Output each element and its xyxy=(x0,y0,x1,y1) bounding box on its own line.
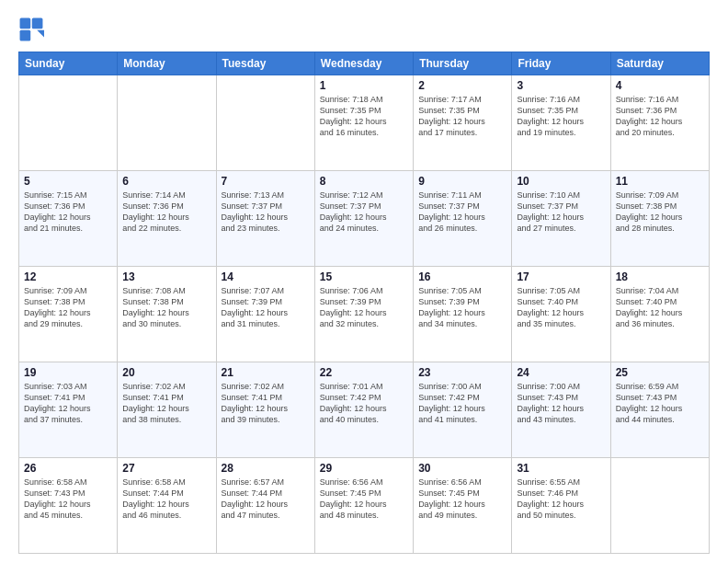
day-info: Sunrise: 7:15 AM Sunset: 7:36 PM Dayligh… xyxy=(24,190,112,235)
calendar-cell: 4Sunrise: 7:16 AM Sunset: 7:36 PM Daylig… xyxy=(610,75,709,171)
day-info: Sunrise: 7:02 AM Sunset: 7:41 PM Dayligh… xyxy=(222,381,310,426)
calendar-cell: 16Sunrise: 7:05 AM Sunset: 7:39 PM Dayli… xyxy=(414,267,512,362)
day-number: 2 xyxy=(418,79,506,92)
day-info: Sunrise: 7:02 AM Sunset: 7:41 PM Dayligh… xyxy=(122,381,210,426)
day-number: 28 xyxy=(222,462,310,475)
day-info: Sunrise: 7:01 AM Sunset: 7:42 PM Dayligh… xyxy=(320,381,408,426)
calendar-cell: 13Sunrise: 7:08 AM Sunset: 7:38 PM Dayli… xyxy=(118,267,216,362)
day-number: 9 xyxy=(418,175,506,188)
calendar-cell: 6Sunrise: 7:14 AM Sunset: 7:36 PM Daylig… xyxy=(118,171,216,267)
day-number: 20 xyxy=(122,366,210,379)
day-info: Sunrise: 7:17 AM Sunset: 7:35 PM Dayligh… xyxy=(418,94,506,139)
day-number: 18 xyxy=(616,270,704,283)
day-number: 21 xyxy=(222,366,310,379)
day-info: Sunrise: 7:03 AM Sunset: 7:41 PM Dayligh… xyxy=(24,381,112,426)
day-info: Sunrise: 6:56 AM Sunset: 7:45 PM Dayligh… xyxy=(320,477,408,522)
weekday-header: Tuesday xyxy=(216,52,314,75)
day-number: 8 xyxy=(320,175,408,188)
day-number: 30 xyxy=(418,462,506,475)
day-info: Sunrise: 7:08 AM Sunset: 7:38 PM Dayligh… xyxy=(122,285,210,330)
day-number: 31 xyxy=(517,462,605,475)
weekday-header: Wednesday xyxy=(314,52,413,75)
day-number: 12 xyxy=(24,270,112,283)
day-info: Sunrise: 7:10 AM Sunset: 7:37 PM Dayligh… xyxy=(517,190,605,235)
day-info: Sunrise: 7:07 AM Sunset: 7:39 PM Dayligh… xyxy=(222,285,310,330)
calendar-week-row: 19Sunrise: 7:03 AM Sunset: 7:41 PM Dayli… xyxy=(19,362,710,458)
day-info: Sunrise: 7:13 AM Sunset: 7:37 PM Dayligh… xyxy=(222,190,310,235)
day-info: Sunrise: 6:57 AM Sunset: 7:44 PM Dayligh… xyxy=(222,477,310,522)
day-number: 16 xyxy=(418,270,506,283)
day-number: 13 xyxy=(122,270,210,283)
day-info: Sunrise: 7:00 AM Sunset: 7:42 PM Dayligh… xyxy=(418,381,506,426)
svg-marker-3 xyxy=(37,30,44,38)
day-info: Sunrise: 7:09 AM Sunset: 7:38 PM Dayligh… xyxy=(616,190,704,235)
calendar-cell: 18Sunrise: 7:04 AM Sunset: 7:40 PM Dayli… xyxy=(610,267,709,362)
calendar-cell: 15Sunrise: 7:06 AM Sunset: 7:39 PM Dayli… xyxy=(314,267,413,362)
day-info: Sunrise: 7:18 AM Sunset: 7:35 PM Dayligh… xyxy=(320,94,408,139)
calendar-cell: 2Sunrise: 7:17 AM Sunset: 7:35 PM Daylig… xyxy=(414,75,512,171)
calendar-week-row: 1Sunrise: 7:18 AM Sunset: 7:35 PM Daylig… xyxy=(19,75,710,171)
day-number: 19 xyxy=(24,366,112,379)
logo xyxy=(18,17,48,42)
day-info: Sunrise: 6:55 AM Sunset: 7:46 PM Dayligh… xyxy=(517,477,605,522)
day-number: 27 xyxy=(122,462,210,475)
calendar-cell: 8Sunrise: 7:12 AM Sunset: 7:37 PM Daylig… xyxy=(314,171,413,267)
calendar-cell: 7Sunrise: 7:13 AM Sunset: 7:37 PM Daylig… xyxy=(216,171,314,267)
day-number: 7 xyxy=(222,175,310,188)
day-number: 4 xyxy=(616,79,704,92)
day-number: 23 xyxy=(418,366,506,379)
svg-rect-1 xyxy=(32,18,43,29)
calendar-cell: 1Sunrise: 7:18 AM Sunset: 7:35 PM Daylig… xyxy=(314,75,413,171)
day-info: Sunrise: 7:16 AM Sunset: 7:36 PM Dayligh… xyxy=(616,94,704,139)
day-number: 11 xyxy=(616,175,704,188)
day-number: 3 xyxy=(517,79,605,92)
calendar-cell: 11Sunrise: 7:09 AM Sunset: 7:38 PM Dayli… xyxy=(610,171,709,267)
day-number: 14 xyxy=(222,270,310,283)
day-info: Sunrise: 7:09 AM Sunset: 7:38 PM Dayligh… xyxy=(24,285,112,330)
calendar-cell: 10Sunrise: 7:10 AM Sunset: 7:37 PM Dayli… xyxy=(512,171,610,267)
page: SundayMondayTuesdayWednesdayThursdayFrid… xyxy=(0,0,728,563)
day-info: Sunrise: 7:11 AM Sunset: 7:37 PM Dayligh… xyxy=(418,190,506,235)
day-number: 1 xyxy=(320,79,408,92)
day-info: Sunrise: 7:16 AM Sunset: 7:35 PM Dayligh… xyxy=(517,94,605,139)
day-info: Sunrise: 6:58 AM Sunset: 7:44 PM Dayligh… xyxy=(122,477,210,522)
day-number: 10 xyxy=(517,175,605,188)
day-info: Sunrise: 7:14 AM Sunset: 7:36 PM Dayligh… xyxy=(122,190,210,235)
day-number: 24 xyxy=(517,366,605,379)
calendar-cell: 30Sunrise: 6:56 AM Sunset: 7:45 PM Dayli… xyxy=(414,458,512,554)
calendar-cell: 29Sunrise: 6:56 AM Sunset: 7:45 PM Dayli… xyxy=(314,458,413,554)
logo-icon xyxy=(18,17,44,42)
header xyxy=(18,17,710,42)
day-number: 17 xyxy=(517,270,605,283)
calendar-cell xyxy=(19,75,118,171)
calendar-cell: 26Sunrise: 6:58 AM Sunset: 7:43 PM Dayli… xyxy=(19,458,118,554)
day-number: 29 xyxy=(320,462,408,475)
day-info: Sunrise: 6:56 AM Sunset: 7:45 PM Dayligh… xyxy=(418,477,506,522)
day-info: Sunrise: 6:58 AM Sunset: 7:43 PM Dayligh… xyxy=(24,477,112,522)
day-number: 25 xyxy=(616,366,704,379)
calendar-cell: 14Sunrise: 7:07 AM Sunset: 7:39 PM Dayli… xyxy=(216,267,314,362)
calendar-cell: 9Sunrise: 7:11 AM Sunset: 7:37 PM Daylig… xyxy=(414,171,512,267)
calendar-cell: 3Sunrise: 7:16 AM Sunset: 7:35 PM Daylig… xyxy=(512,75,610,171)
calendar-cell: 21Sunrise: 7:02 AM Sunset: 7:41 PM Dayli… xyxy=(216,362,314,458)
calendar-cell: 12Sunrise: 7:09 AM Sunset: 7:38 PM Dayli… xyxy=(19,267,118,362)
calendar-cell: 17Sunrise: 7:05 AM Sunset: 7:40 PM Dayli… xyxy=(512,267,610,362)
day-number: 22 xyxy=(320,366,408,379)
calendar-week-row: 26Sunrise: 6:58 AM Sunset: 7:43 PM Dayli… xyxy=(19,458,710,554)
calendar-cell: 28Sunrise: 6:57 AM Sunset: 7:44 PM Dayli… xyxy=(216,458,314,554)
day-number: 15 xyxy=(320,270,408,283)
calendar-cell xyxy=(118,75,216,171)
day-info: Sunrise: 7:12 AM Sunset: 7:37 PM Dayligh… xyxy=(320,190,408,235)
calendar-cell: 20Sunrise: 7:02 AM Sunset: 7:41 PM Dayli… xyxy=(118,362,216,458)
day-number: 6 xyxy=(122,175,210,188)
calendar-cell: 31Sunrise: 6:55 AM Sunset: 7:46 PM Dayli… xyxy=(512,458,610,554)
calendar-cell xyxy=(216,75,314,171)
weekday-header: Thursday xyxy=(414,52,512,75)
weekday-header: Saturday xyxy=(610,52,709,75)
calendar-cell xyxy=(610,458,709,554)
calendar-cell: 19Sunrise: 7:03 AM Sunset: 7:41 PM Dayli… xyxy=(19,362,118,458)
day-info: Sunrise: 7:06 AM Sunset: 7:39 PM Dayligh… xyxy=(320,285,408,330)
svg-rect-0 xyxy=(20,18,31,29)
day-number: 26 xyxy=(24,462,112,475)
day-info: Sunrise: 7:00 AM Sunset: 7:43 PM Dayligh… xyxy=(517,381,605,426)
